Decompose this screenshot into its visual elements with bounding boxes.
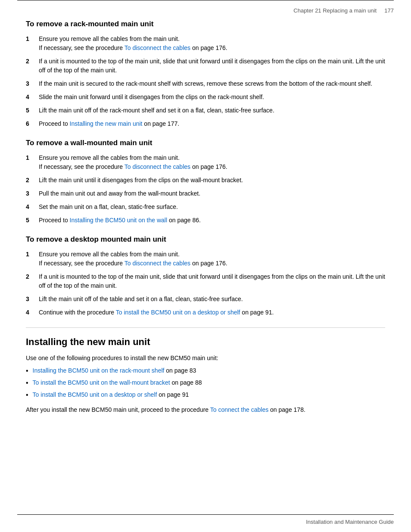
section-desktop-mounted: To remove a desktop mounted main unit 1 …	[26, 235, 385, 317]
bullet-item-1-link[interactable]: Installing the BCM50 unit on the rack-mo…	[33, 367, 165, 374]
installing-intro: Use one of the following procedures to i…	[26, 354, 385, 363]
desktop-mounted-steps: 1 Ensure you remove all the cables from …	[26, 250, 385, 317]
rack-step-6-link[interactable]: Installing the new main unit	[70, 120, 143, 127]
rack-step-5: 5 Lift the main unit off of the rack-mou…	[26, 106, 385, 115]
desktop-step-1-link[interactable]: To disconnect the cables	[125, 260, 190, 267]
bullet-item-2-link[interactable]: To install the BCM50 unit on the wall-mo…	[33, 379, 170, 386]
bullet-item-2-content: To install the BCM50 unit on the wall-mo…	[33, 378, 202, 387]
wall-step-5-num: 5	[26, 216, 39, 225]
rack-step-1: 1 Ensure you remove all the cables from …	[26, 34, 385, 53]
rack-step-4: 4 Slide the main unit forward until it d…	[26, 93, 385, 102]
page-number: 177	[384, 7, 394, 14]
bullet-item-3: To install the BCM50 unit on a desktop o…	[26, 390, 385, 400]
wall-step-3: 3 Pull the main unit out and away from t…	[26, 189, 385, 198]
desktop-step-4-link[interactable]: To install the BCM50 unit on a desktop o…	[116, 309, 240, 316]
bullet-item-3-link[interactable]: To install the BCM50 unit on a desktop o…	[33, 391, 157, 398]
desktop-step-4-content: Continue with the procedure To install t…	[39, 308, 385, 317]
installing-outro-link[interactable]: To connect the cables	[210, 406, 268, 413]
rack-step-1-content: Ensure you remove all the cables from th…	[39, 34, 385, 53]
rack-step-6-content: Proceed to Installing the new main unit …	[39, 119, 385, 128]
desktop-step-2: 2 If a unit is mounted to the top of the…	[26, 272, 385, 290]
installing-bullet-list: Installing the BCM50 unit on the rack-mo…	[26, 366, 385, 400]
wall-step-5: 5 Proceed to Installing the BCM50 unit o…	[26, 216, 385, 225]
desktop-step-4: 4 Continue with the procedure To install…	[26, 308, 385, 317]
bullet-item-1: Installing the BCM50 unit on the rack-mo…	[26, 366, 385, 376]
installing-heading: Installing the new main unit	[26, 336, 385, 348]
desktop-step-1-content: Ensure you remove all the cables from th…	[39, 250, 385, 268]
main-content: To remove a rack-mounted main unit 1 Ens…	[0, 16, 411, 451]
rack-step-4-num: 4	[26, 93, 39, 102]
desktop-mounted-heading: To remove a desktop mounted main unit	[26, 235, 385, 244]
desktop-step-1-num: 1	[26, 250, 39, 268]
rack-step-3-num: 3	[26, 79, 39, 88]
section-wall-mounted: To remove a wall-mounted main unit 1 Ens…	[26, 139, 385, 225]
wall-step-1-content: Ensure you remove all the cables from th…	[39, 153, 385, 171]
wall-step-5-link[interactable]: Installing the BCM50 unit on the wall	[70, 217, 167, 224]
installing-outro: After you install the new BCM50 main uni…	[26, 405, 385, 414]
wall-step-2: 2 Lift the main unit until it disengages…	[26, 176, 385, 185]
bullet-item-3-content: To install the BCM50 unit on a desktop o…	[33, 390, 189, 399]
page-footer: Installation and Maintenance Guide	[306, 519, 394, 525]
rack-step-1-link[interactable]: To disconnect the cables	[125, 44, 190, 51]
desktop-step-4-num: 4	[26, 308, 39, 317]
rack-step-4-content: Slide the main unit forward until it dis…	[39, 93, 385, 102]
wall-step-1-link[interactable]: To disconnect the cables	[125, 163, 190, 170]
desktop-step-2-content: If a unit is mounted to the top of the m…	[39, 272, 385, 290]
wall-step-2-content: Lift the main unit until it disengages f…	[39, 176, 385, 185]
wall-step-1: 1 Ensure you remove all the cables from …	[26, 153, 385, 171]
rack-mounted-heading: To remove a rack-mounted main unit	[26, 20, 385, 28]
page: Chapter 21 Replacing a main unit 177 To …	[0, 0, 411, 532]
wall-mounted-steps: 1 Ensure you remove all the cables from …	[26, 153, 385, 225]
rack-step-6: 6 Proceed to Installing the new main uni…	[26, 119, 385, 128]
desktop-step-3-content: Lift the main unit off of the table and …	[39, 295, 385, 304]
rack-step-1-num: 1	[26, 34, 39, 53]
top-rule	[17, 0, 394, 4]
desktop-step-1: 1 Ensure you remove all the cables from …	[26, 250, 385, 268]
bullet-item-1-content: Installing the BCM50 unit on the rack-mo…	[33, 366, 196, 375]
section-rack-mounted: To remove a rack-mounted main unit 1 Ens…	[26, 20, 385, 128]
section-divider	[26, 327, 385, 328]
rack-step-3-content: If the main unit is secured to the rack-…	[39, 79, 385, 88]
chapter-title: Chapter 21 Replacing a main unit	[293, 7, 377, 14]
wall-step-3-num: 3	[26, 189, 39, 198]
wall-step-1-num: 1	[26, 153, 39, 171]
wall-step-5-content: Proceed to Installing the BCM50 unit on …	[39, 216, 385, 225]
rack-step-5-content: Lift the main unit off of the rack-mount…	[39, 106, 385, 115]
desktop-step-2-num: 2	[26, 272, 39, 290]
rack-step-2-num: 2	[26, 57, 39, 75]
wall-step-2-num: 2	[26, 176, 39, 185]
desktop-step-3: 3 Lift the main unit off of the table an…	[26, 295, 385, 304]
desktop-step-3-num: 3	[26, 295, 39, 304]
wall-step-3-content: Pull the main unit out and away from the…	[39, 189, 385, 198]
footer-rule	[17, 514, 394, 515]
rack-step-2-content: If a unit is mounted to the top of the m…	[39, 57, 385, 75]
rack-mounted-steps: 1 Ensure you remove all the cables from …	[26, 34, 385, 128]
page-header: Chapter 21 Replacing a main unit 177	[0, 4, 411, 16]
wall-step-4: 4 Set the main unit on a flat, clean, st…	[26, 202, 385, 212]
section-installing: Installing the new main unit Use one of …	[26, 336, 385, 414]
wall-step-4-num: 4	[26, 202, 39, 212]
bullet-item-2: To install the BCM50 unit on the wall-mo…	[26, 378, 385, 388]
rack-step-2: 2 If a unit is mounted to the top of the…	[26, 57, 385, 75]
rack-step-3: 3 If the main unit is secured to the rac…	[26, 79, 385, 88]
rack-step-6-num: 6	[26, 119, 39, 128]
wall-mounted-heading: To remove a wall-mounted main unit	[26, 139, 385, 147]
wall-step-4-content: Set the main unit on a flat, clean, stat…	[39, 202, 385, 212]
rack-step-5-num: 5	[26, 106, 39, 115]
